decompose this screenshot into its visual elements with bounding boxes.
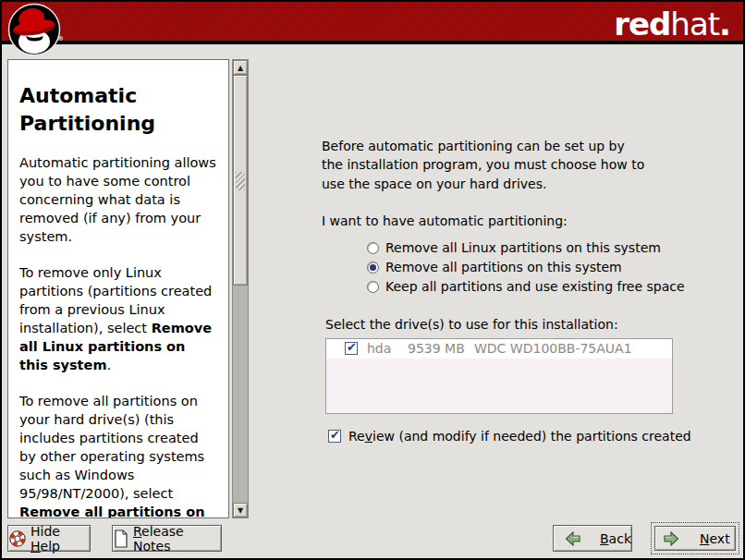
radio-option-0-label: Remove all Linux partitions on this syst… [385, 240, 661, 255]
partitioning-radio-group: Remove all Linux partitions on this syst… [367, 238, 728, 297]
partitioning-prompt: I want to have automatic partitioning: [322, 213, 728, 228]
review-label: Review (and modify if needed) the partit… [348, 429, 691, 444]
scrollbar-grip [236, 172, 245, 190]
drive-list[interactable]: hda 9539 MB WDC WD100BB-75AUA1 [325, 338, 673, 414]
radio-option-1[interactable]: Remove all partitions on this system [367, 258, 728, 277]
intro-text: Before automatic partitioning can be set… [322, 137, 645, 193]
radio-option-2[interactable]: Keep all partitions and use existing fre… [367, 277, 728, 297]
redhat-shadowman-logo-icon [7, 3, 61, 56]
hide-help-button[interactable]: Hide Help [7, 525, 91, 552]
drive-checkbox-icon[interactable] [345, 342, 358, 355]
life-preserver-icon [8, 530, 27, 548]
help-p3-bold: Remove all partitions on this system [19, 505, 205, 518]
help-p2-end: . [107, 358, 112, 372]
header-banner: redhat. [2, 2, 743, 44]
document-icon [113, 530, 129, 548]
registered-trademark: ® [57, 35, 64, 43]
drive-name: hda [367, 341, 408, 356]
hide-help-label: Hide Help [31, 524, 90, 554]
review-label-post: iew (and modify if needed) the partition… [372, 429, 691, 444]
main-content: Before automatic partitioning can be set… [322, 137, 728, 444]
next-label: Next [700, 531, 730, 546]
help-scrollbar[interactable]: ▲ ▼ [232, 59, 249, 518]
release-notes-label: Release Notes [133, 524, 221, 554]
radio-option-1-label: Remove all partitions on this system [385, 260, 622, 274]
drive-select-label: Select the drive(s) to use for this inst… [325, 317, 728, 332]
radio-button-icon[interactable] [367, 262, 379, 274]
help-paragraph-3: To remove all partitions on your hard dr… [19, 392, 217, 518]
scroll-up-icon[interactable]: ▲ [233, 60, 248, 75]
release-notes-button[interactable]: Release Notes [112, 525, 222, 552]
next-button-focus-ring: Next [651, 522, 739, 554]
back-button[interactable]: Back [553, 525, 632, 552]
help-p3-text: To remove all partitions on your hard dr… [19, 394, 204, 501]
back-arrow-icon [565, 531, 581, 546]
help-panel: Automatic Partitioning Automatic partiti… [7, 59, 229, 518]
wordmark-period: . [719, 6, 730, 43]
help-paragraph-1: Automatic partitioning allows you to hav… [19, 153, 217, 246]
help-title: Automatic Partitioning [19, 82, 217, 137]
next-arrow-icon [663, 531, 679, 546]
radio-option-0[interactable]: Remove all Linux partitions on this syst… [367, 238, 728, 258]
back-label: Back [600, 531, 631, 546]
drive-model: WDC WD100BB-75AUA1 [474, 341, 632, 356]
drive-row-hda[interactable]: hda 9539 MB WDC WD100BB-75AUA1 [326, 339, 672, 359]
drive-size: 9539 MB [408, 341, 474, 356]
review-label-pre: Re [348, 429, 365, 444]
radio-option-2-label: Keep all partitions and use existing fre… [385, 279, 685, 294]
wordmark-red: red [614, 6, 670, 43]
wordmark-hat: hat [670, 6, 719, 43]
review-checkbox-icon[interactable] [328, 430, 341, 443]
installer-window: redhat. ® Automatic Partitioning Automat… [0, 0, 745, 560]
radio-button-icon[interactable] [367, 242, 379, 254]
next-button[interactable]: Next [654, 526, 736, 551]
review-label-mnemonic: v [365, 429, 372, 444]
help-paragraph-2: To remove only Linux partitions (partiti… [19, 263, 217, 374]
review-checkbox-row[interactable]: Review (and modify if needed) the partit… [328, 429, 728, 444]
radio-button-icon[interactable] [367, 281, 379, 293]
scrollbar-thumb[interactable] [233, 75, 248, 286]
redhat-wordmark: redhat. [614, 6, 730, 43]
scroll-down-icon[interactable]: ▼ [233, 503, 248, 517]
